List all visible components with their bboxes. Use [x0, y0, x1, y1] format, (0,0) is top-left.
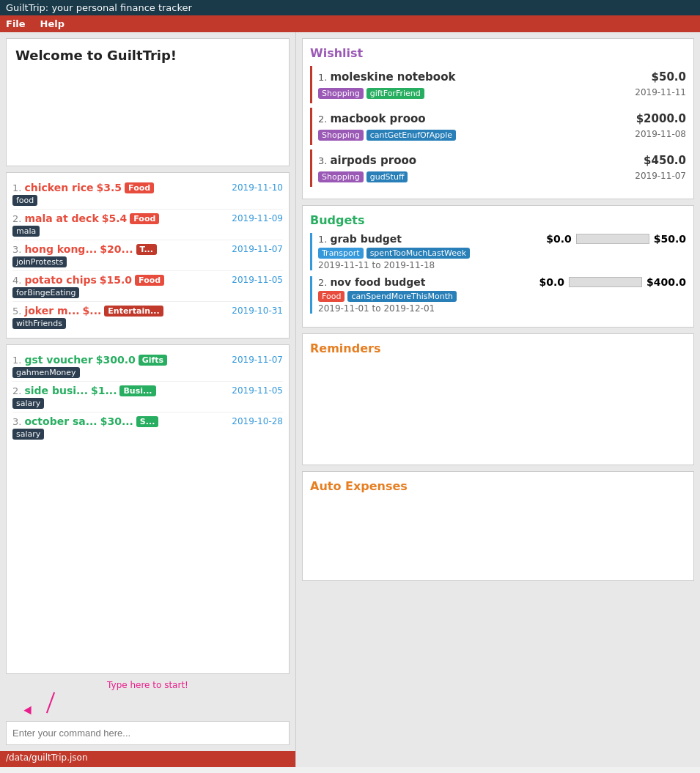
budget-spent: $0.0 — [546, 233, 572, 245]
expense-name: mala at deck — [24, 212, 98, 224]
income-amount: $300.0 — [96, 354, 136, 366]
income-category-tag: Busi... — [119, 385, 155, 396]
welcome-box: Welcome to GuiltTrip! — [6, 38, 290, 166]
expense-amount: $... — [83, 305, 102, 317]
wish-date: 2019-11-08 — [635, 129, 686, 139]
expense-category-tag: Entertain... — [104, 306, 163, 317]
arrow-head — [23, 706, 34, 717]
wishlist-item[interactable]: 3. airpods prooo $450.0 ShoppinggudStuff… — [310, 149, 686, 187]
wish-num: 1. — [318, 72, 327, 83]
expense-sub-tag: mala — [12, 226, 40, 237]
wishlist-tag: Shopping — [318, 130, 364, 141]
income-list-item[interactable]: 1. gst voucher $300.0 Gifts 2019-11-07 g… — [12, 351, 283, 382]
budget-num: 1. — [318, 234, 327, 245]
wishlist-section: Wishlist 1. moleskine notebook $50.0 Sho… — [302, 38, 694, 199]
reminders-section: Reminders — [302, 333, 694, 465]
income-category-tag: S... — [136, 416, 158, 427]
arrow-line — [46, 692, 55, 714]
budget-name: nov food budget — [330, 276, 425, 288]
wish-date: 2019-11-11 — [635, 87, 686, 97]
expense-name: hong kong... — [24, 243, 97, 255]
expenses-panel: 1. chicken rice $3.5 Food 2019-11-10 foo… — [6, 172, 290, 339]
expense-list-item[interactable]: 4. potato chips $15.0 Food 2019-11-05 fo… — [12, 271, 283, 302]
income-name: gst voucher — [24, 354, 92, 366]
expense-amount: $5.4 — [102, 212, 128, 224]
expense-date: 2019-11-10 — [232, 182, 283, 193]
wish-name: airpods prooo — [330, 154, 416, 167]
welcome-heading: Welcome to GuiltTrip! — [15, 48, 280, 63]
wish-name: macbook prooo — [330, 112, 425, 125]
expense-num: 5. — [12, 306, 21, 317]
income-amount: $1... — [91, 385, 117, 396]
income-num: 3. — [12, 416, 21, 427]
budgets-section: Budgets 1. grab budget $0.0 $50.0 Transp… — [302, 205, 694, 328]
expense-date: 2019-11-09 — [232, 213, 283, 223]
wishlist-tag: Shopping — [318, 171, 364, 182]
budget-tag: spentTooMuchLastWeek — [366, 248, 471, 259]
wishlist-item[interactable]: 2. macbook prooo $2000.0 ShoppingcantGet… — [310, 108, 686, 145]
wishlist-tag: cantGetEnufOfApple — [366, 130, 456, 141]
main-layout: Welcome to GuiltTrip! 1. chicken rice $3… — [0, 32, 700, 767]
income-date: 2019-11-05 — [232, 385, 283, 396]
income-sub-tag: salary — [12, 429, 44, 440]
budget-item[interactable]: 2. nov food budget $0.0 $400.0 FoodcanSp… — [310, 276, 686, 314]
file-menu[interactable]: File — [6, 18, 26, 29]
wish-name: moleskine notebook — [330, 70, 455, 84]
income-date: 2019-10-28 — [232, 416, 283, 426]
status-bar: /data/guiltTrip.json — [0, 751, 295, 767]
income-category-tag: Gifts — [139, 355, 167, 366]
budget-date-range: 2019-11-11 to 2019-11-18 — [318, 260, 686, 270]
expense-sub-tag: joinProtests — [12, 256, 67, 267]
budget-tag: Transport — [318, 248, 364, 259]
auto-expenses-title: Auto Expenses — [310, 479, 686, 493]
expense-num: 3. — [12, 244, 21, 255]
expense-list-item[interactable]: 2. mala at deck $5.4 Food 2019-11-09 mal… — [12, 210, 283, 240]
title-bar: GuiltTrip: your personal finance tracker — [0, 0, 700, 15]
budget-progress-bar — [569, 277, 642, 287]
status-text: /data/guiltTrip.json — [6, 752, 88, 763]
wish-price: $2000.0 — [636, 112, 686, 125]
wish-date: 2019-11-07 — [635, 171, 686, 181]
budget-progress-bar — [576, 234, 649, 244]
title-text: GuiltTrip: your personal finance tracker — [6, 2, 192, 13]
expense-category-tag: T... — [136, 244, 157, 255]
income-list-item[interactable]: 2. side busi... $1... Busi... 2019-11-05… — [12, 382, 283, 413]
budget-tag: canSpendMoreThisMonth — [347, 291, 457, 302]
wishlist-title: Wishlist — [310, 46, 686, 60]
wishlist-tag: gudStuff — [366, 171, 408, 182]
income-name: october sa... — [24, 415, 97, 427]
expense-list-item[interactable]: 3. hong kong... $20... T... 2019-11-07 j… — [12, 240, 283, 271]
budget-num: 2. — [318, 277, 327, 288]
expense-sub-tag: food — [12, 195, 37, 206]
wishlist-item[interactable]: 1. moleskine notebook $50.0 Shoppinggift… — [310, 66, 686, 103]
budget-item[interactable]: 1. grab budget $0.0 $50.0 Transportspent… — [310, 233, 686, 270]
wishlist-tag: Shopping — [318, 88, 364, 99]
income-list-item[interactable]: 3. october sa... $30... S... 2019-10-28 … — [12, 413, 283, 443]
arrow-container — [6, 692, 290, 721]
menu-bar: File Help — [0, 15, 700, 32]
wishlist-tag: giftForFriend — [366, 88, 424, 99]
command-input[interactable] — [6, 721, 290, 745]
wish-price: $50.0 — [652, 70, 686, 84]
expense-list-item[interactable]: 1. chicken rice $3.5 Food 2019-11-10 foo… — [12, 179, 283, 210]
expense-sub-tag: withFriends — [12, 318, 66, 329]
expense-list-item[interactable]: 5. joker m... $... Entertain... 2019-10-… — [12, 302, 283, 332]
budget-name: grab budget — [330, 233, 402, 245]
expense-num: 2. — [12, 213, 21, 224]
income-amount: $30... — [100, 415, 133, 427]
help-menu[interactable]: Help — [40, 18, 65, 29]
expense-amount: $20... — [100, 243, 133, 255]
expense-date: 2019-11-05 — [232, 275, 283, 285]
budget-spent: $0.0 — [539, 276, 564, 288]
income-name: side busi... — [24, 385, 88, 396]
expense-date: 2019-11-07 — [232, 244, 283, 254]
wish-price: $450.0 — [644, 154, 686, 167]
income-num: 1. — [12, 355, 21, 366]
reminders-title: Reminders — [310, 341, 686, 355]
expense-amount: $3.5 — [97, 182, 122, 193]
expense-category-tag: Food — [135, 275, 164, 286]
income-sub-tag: gahmenMoney — [12, 367, 80, 378]
command-area: Type here to start! — [6, 680, 290, 751]
income-sub-tag: salary — [12, 398, 44, 409]
budget-total: $400.0 — [646, 276, 686, 288]
